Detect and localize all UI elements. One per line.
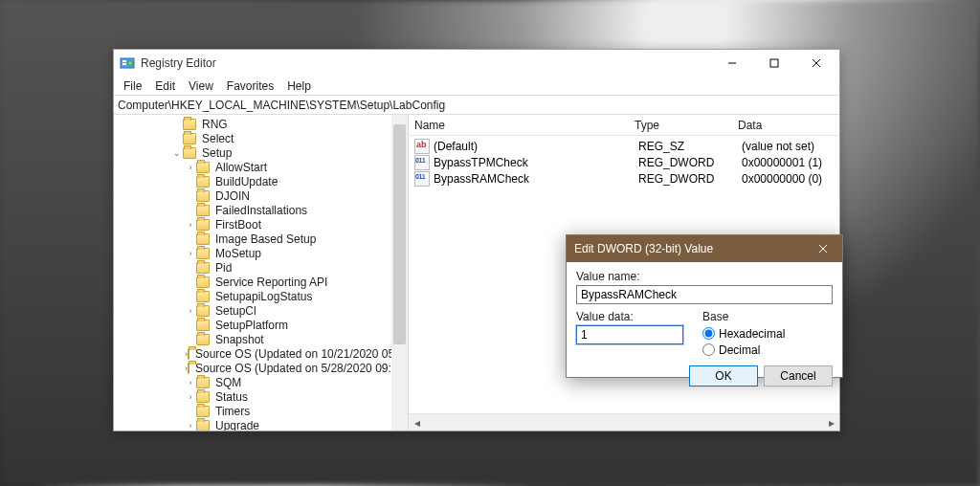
svg-point-3 xyxy=(128,61,133,66)
folder-icon xyxy=(196,248,210,259)
tree-scrollbar[interactable] xyxy=(391,115,408,431)
value-type: REG_SZ xyxy=(638,140,742,153)
value-data: 0x00000000 (0) xyxy=(742,172,834,186)
folder-icon xyxy=(196,162,210,173)
tree-snapshot[interactable]: Snapshot xyxy=(213,333,266,346)
chevron-right-icon[interactable]: › xyxy=(185,391,196,403)
scroll-right-icon[interactable]: ▸ xyxy=(823,414,839,431)
tree-buildupdate[interactable]: BuildUpdate xyxy=(213,175,279,188)
tree-servicereport[interactable]: Service Reporting API xyxy=(213,276,329,289)
tree-upgrade[interactable]: Upgrade xyxy=(213,419,261,431)
path-text: Computer\HKEY_LOCAL_MACHINE\SYSTEM\Setup… xyxy=(118,99,835,112)
dialog-title: Edit DWORD (32-bit) Value xyxy=(574,242,804,255)
menu-help[interactable]: Help xyxy=(281,78,317,94)
list-item[interactable]: (Default) REG_SZ (value not set) xyxy=(414,138,834,154)
tree-setup[interactable]: Setup xyxy=(200,146,234,160)
folder-icon xyxy=(196,276,210,288)
tree-source2[interactable]: Source OS (Updated on 5/28/2020 09:50:15… xyxy=(193,362,409,375)
folder-icon xyxy=(188,363,189,374)
svg-rect-5 xyxy=(770,59,778,67)
address-bar[interactable]: Computer\HKEY_LOCAL_MACHINE\SYSTEM\Setup… xyxy=(114,96,839,115)
chevron-right-icon[interactable]: › xyxy=(185,248,196,259)
regedit-icon xyxy=(120,55,135,71)
tree-imagebased[interactable]: Image Based Setup xyxy=(213,232,318,246)
value-name-input[interactable] xyxy=(576,285,833,304)
ok-button[interactable]: OK xyxy=(689,365,758,387)
chevron-right-icon[interactable]: › xyxy=(185,219,196,231)
folder-icon xyxy=(196,420,210,431)
value-name: BypassRAMCheck xyxy=(434,172,638,186)
chevron-right-icon[interactable]: › xyxy=(185,420,196,431)
list-item[interactable]: BypassTPMCheck REG_DWORD 0x00000001 (1) xyxy=(414,154,834,170)
chevron-right-icon[interactable]: › xyxy=(185,162,196,173)
menu-edit[interactable]: Edit xyxy=(149,78,181,94)
value-data: (value not set) xyxy=(742,140,834,153)
edit-dword-dialog: Edit DWORD (32-bit) Value Value name: Va… xyxy=(566,234,843,378)
tree-mosetup[interactable]: MoSetup xyxy=(213,247,263,260)
folder-icon xyxy=(183,133,196,144)
dialog-titlebar[interactable]: Edit DWORD (32-bit) Value xyxy=(567,235,842,262)
label-base: Base xyxy=(702,310,833,323)
col-data[interactable]: Data xyxy=(738,119,839,132)
list-hscrollbar[interactable]: ◂ ▸ xyxy=(409,413,839,431)
minimize-button[interactable] xyxy=(711,51,753,76)
tree-pid[interactable]: Pid xyxy=(213,261,234,275)
value-name: (Default) xyxy=(434,140,638,153)
label-value-name: Value name: xyxy=(576,270,833,283)
svg-rect-2 xyxy=(122,63,126,65)
tree-rng[interactable]: RNG xyxy=(200,118,230,131)
col-type[interactable]: Type xyxy=(635,119,738,132)
tree-djoin[interactable]: DJOIN xyxy=(213,189,252,203)
radio-hex[interactable]: Hexadecimal xyxy=(702,325,833,342)
col-name[interactable]: Name xyxy=(414,119,635,132)
svg-rect-1 xyxy=(122,60,126,62)
dword-value-icon xyxy=(414,155,430,170)
value-name: BypassTPMCheck xyxy=(434,156,638,169)
folder-icon xyxy=(196,305,210,317)
radio-dec[interactable]: Decimal xyxy=(702,342,833,358)
chevron-down-icon[interactable]: ⌄ xyxy=(171,147,183,159)
tree-status[interactable]: Status xyxy=(213,390,250,404)
close-button[interactable] xyxy=(795,51,837,76)
radio-hex-input[interactable] xyxy=(702,327,715,340)
value-type: REG_DWORD xyxy=(638,172,742,186)
folder-icon xyxy=(183,119,196,130)
tree-failed[interactable]: FailedInstallations xyxy=(213,204,309,217)
folder-icon xyxy=(196,391,210,403)
folder-icon xyxy=(188,348,189,360)
scroll-left-icon[interactable]: ◂ xyxy=(409,414,425,431)
dword-value-icon xyxy=(414,171,430,187)
folder-icon xyxy=(196,219,210,231)
menubar: File Edit View Favorites Help xyxy=(114,77,839,96)
tree-timers[interactable]: Timers xyxy=(213,405,252,418)
folder-icon xyxy=(196,233,210,245)
maximize-button[interactable] xyxy=(753,51,795,76)
tree-firstboot[interactable]: FirstBoot xyxy=(213,218,263,232)
menu-file[interactable]: File xyxy=(118,78,147,94)
value-data-input[interactable] xyxy=(576,325,683,344)
cancel-button[interactable]: Cancel xyxy=(764,365,833,387)
folder-icon xyxy=(196,291,210,302)
tree-select[interactable]: Select xyxy=(200,132,235,145)
list-header: Name Type Data xyxy=(409,115,839,136)
folder-icon xyxy=(196,334,210,345)
folder-icon xyxy=(196,406,210,417)
tree-setupapi[interactable]: SetupapiLogStatus xyxy=(213,290,314,303)
folder-icon xyxy=(196,377,210,388)
folder-icon xyxy=(196,262,210,274)
tree-source1[interactable]: Source OS (Updated on 10/21/2020 05:54:5… xyxy=(193,347,409,361)
tree-allowstart[interactable]: AllowStart xyxy=(213,161,269,174)
menu-view[interactable]: View xyxy=(183,78,219,94)
chevron-right-icon[interactable]: › xyxy=(185,377,196,388)
chevron-right-icon[interactable]: › xyxy=(185,305,196,317)
tree-setupplatform[interactable]: SetupPlatform xyxy=(213,319,290,332)
value-data: 0x00000001 (1) xyxy=(742,156,834,169)
tree-sqm[interactable]: SQM xyxy=(213,376,243,389)
folder-icon xyxy=(196,205,210,216)
list-item[interactable]: BypassRAMCheck REG_DWORD 0x00000000 (0) xyxy=(414,170,834,187)
menu-favorites[interactable]: Favorites xyxy=(221,78,279,94)
radio-dec-input[interactable] xyxy=(702,343,715,356)
titlebar[interactable]: Registry Editor xyxy=(114,50,839,77)
dialog-close-button[interactable] xyxy=(804,235,842,262)
tree-setupcl[interactable]: SetupCl xyxy=(213,304,258,318)
